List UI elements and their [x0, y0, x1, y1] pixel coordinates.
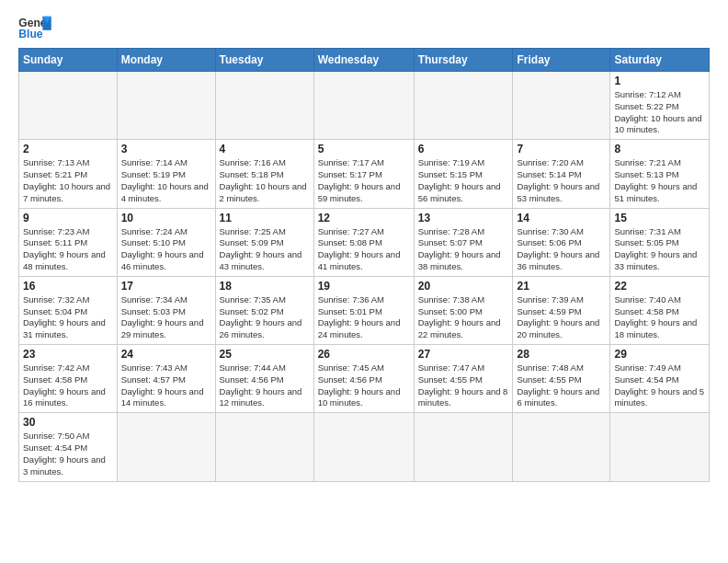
- day-header-thursday: Thursday: [414, 49, 513, 72]
- day-header-sunday: Sunday: [19, 49, 118, 72]
- day-info-text: Sunrise: 7:45 AM Sunset: 4:56 PM Dayligh…: [318, 362, 410, 409]
- calendar-day-cell: [414, 413, 513, 481]
- day-info-text: Sunrise: 7:36 AM Sunset: 5:01 PM Dayligh…: [318, 294, 410, 341]
- day-number: 8: [614, 143, 705, 155]
- calendar-day-cell: [19, 72, 118, 140]
- day-number: 1: [614, 75, 705, 87]
- day-number: 6: [418, 143, 509, 155]
- day-info-text: Sunrise: 7:34 AM Sunset: 5:03 PM Dayligh…: [121, 294, 211, 341]
- day-info-text: Sunrise: 7:16 AM Sunset: 5:18 PM Dayligh…: [220, 157, 310, 204]
- day-number: 16: [23, 280, 113, 293]
- day-info-text: Sunrise: 7:35 AM Sunset: 5:02 PM Dayligh…: [220, 294, 310, 341]
- calendar-day-cell: [313, 72, 414, 140]
- day-number: 19: [318, 280, 410, 293]
- day-number: 18: [220, 280, 310, 293]
- day-info-text: Sunrise: 7:32 AM Sunset: 5:04 PM Dayligh…: [23, 294, 113, 341]
- calendar-day-cell: [513, 413, 610, 481]
- calendar-day-cell: 13Sunrise: 7:28 AM Sunset: 5:07 PM Dayli…: [414, 208, 513, 276]
- calendar-week-row: 23Sunrise: 7:42 AM Sunset: 4:58 PM Dayli…: [19, 345, 710, 413]
- calendar-week-row: 1Sunrise: 7:12 AM Sunset: 5:22 PM Daylig…: [19, 72, 710, 140]
- day-number: 17: [121, 280, 211, 293]
- header: General Blue: [18, 15, 710, 40]
- day-info-text: Sunrise: 7:44 AM Sunset: 4:56 PM Dayligh…: [220, 362, 310, 409]
- calendar-day-cell: 4Sunrise: 7:16 AM Sunset: 5:18 PM Daylig…: [215, 140, 313, 208]
- calendar-day-cell: [117, 72, 215, 140]
- day-number: 27: [418, 348, 509, 361]
- day-info-text: Sunrise: 7:48 AM Sunset: 4:55 PM Dayligh…: [517, 362, 606, 409]
- day-number: 21: [517, 280, 606, 293]
- day-number: 3: [121, 143, 211, 155]
- day-info-text: Sunrise: 7:21 AM Sunset: 5:13 PM Dayligh…: [614, 157, 705, 204]
- day-info-text: Sunrise: 7:49 AM Sunset: 4:54 PM Dayligh…: [614, 362, 705, 409]
- day-info-text: Sunrise: 7:50 AM Sunset: 4:54 PM Dayligh…: [23, 431, 113, 477]
- day-header-tuesday: Tuesday: [215, 49, 313, 72]
- day-info-text: Sunrise: 7:20 AM Sunset: 5:14 PM Dayligh…: [517, 157, 606, 204]
- day-number: 7: [517, 143, 606, 155]
- day-info-text: Sunrise: 7:40 AM Sunset: 4:58 PM Dayligh…: [614, 294, 705, 341]
- calendar-day-cell: 20Sunrise: 7:38 AM Sunset: 5:00 PM Dayli…: [414, 276, 513, 344]
- page: General Blue SundayMondayTuesdayWednesda…: [0, 0, 728, 563]
- day-info-text: Sunrise: 7:38 AM Sunset: 5:00 PM Dayligh…: [418, 294, 509, 341]
- day-header-friday: Friday: [513, 49, 610, 72]
- day-info-text: Sunrise: 7:19 AM Sunset: 5:15 PM Dayligh…: [418, 157, 509, 204]
- day-number: 23: [23, 348, 113, 361]
- calendar-day-cell: 21Sunrise: 7:39 AM Sunset: 4:59 PM Dayli…: [513, 276, 610, 344]
- day-info-text: Sunrise: 7:25 AM Sunset: 5:09 PM Dayligh…: [220, 226, 310, 273]
- calendar-day-cell: 27Sunrise: 7:47 AM Sunset: 4:55 PM Dayli…: [414, 345, 513, 413]
- calendar-day-cell: 25Sunrise: 7:44 AM Sunset: 4:56 PM Dayli…: [215, 345, 313, 413]
- calendar-day-cell: 29Sunrise: 7:49 AM Sunset: 4:54 PM Dayli…: [610, 345, 710, 413]
- calendar-day-cell: 1Sunrise: 7:12 AM Sunset: 5:22 PM Daylig…: [610, 72, 710, 140]
- day-header-saturday: Saturday: [610, 49, 710, 72]
- calendar-day-cell: 23Sunrise: 7:42 AM Sunset: 4:58 PM Dayli…: [19, 345, 118, 413]
- day-number: 11: [220, 212, 310, 224]
- day-number: 14: [517, 212, 606, 224]
- day-number: 30: [23, 416, 113, 429]
- calendar-day-cell: 6Sunrise: 7:19 AM Sunset: 5:15 PM Daylig…: [414, 140, 513, 208]
- day-info-text: Sunrise: 7:43 AM Sunset: 4:57 PM Dayligh…: [121, 362, 211, 409]
- calendar-day-cell: 30Sunrise: 7:50 AM Sunset: 4:54 PM Dayli…: [19, 413, 118, 481]
- calendar-day-cell: 2Sunrise: 7:13 AM Sunset: 5:21 PM Daylig…: [19, 140, 118, 208]
- day-info-text: Sunrise: 7:12 AM Sunset: 5:22 PM Dayligh…: [614, 89, 705, 136]
- day-info-text: Sunrise: 7:39 AM Sunset: 4:59 PM Dayligh…: [517, 294, 606, 341]
- calendar-day-cell: 17Sunrise: 7:34 AM Sunset: 5:03 PM Dayli…: [117, 276, 215, 344]
- calendar-day-cell: [215, 72, 313, 140]
- calendar-day-cell: 9Sunrise: 7:23 AM Sunset: 5:11 PM Daylig…: [19, 208, 118, 276]
- day-number: 22: [614, 280, 705, 293]
- day-info-text: Sunrise: 7:47 AM Sunset: 4:55 PM Dayligh…: [418, 362, 509, 409]
- calendar-week-row: 30Sunrise: 7:50 AM Sunset: 4:54 PM Dayli…: [19, 413, 710, 481]
- day-number: 20: [418, 280, 509, 293]
- day-number: 5: [318, 143, 410, 155]
- day-number: 12: [318, 212, 410, 224]
- calendar-day-cell: 11Sunrise: 7:25 AM Sunset: 5:09 PM Dayli…: [215, 208, 313, 276]
- svg-text:Blue: Blue: [18, 28, 43, 40]
- calendar-day-cell: 19Sunrise: 7:36 AM Sunset: 5:01 PM Dayli…: [313, 276, 414, 344]
- calendar-day-cell: 10Sunrise: 7:24 AM Sunset: 5:10 PM Dayli…: [117, 208, 215, 276]
- day-number: 29: [614, 348, 705, 361]
- day-number: 26: [318, 348, 410, 361]
- day-number: 28: [517, 348, 606, 361]
- day-header-wednesday: Wednesday: [313, 49, 414, 72]
- calendar-day-cell: 5Sunrise: 7:17 AM Sunset: 5:17 PM Daylig…: [313, 140, 414, 208]
- calendar-day-cell: 22Sunrise: 7:40 AM Sunset: 4:58 PM Dayli…: [610, 276, 710, 344]
- day-info-text: Sunrise: 7:13 AM Sunset: 5:21 PM Dayligh…: [23, 157, 113, 204]
- calendar-day-cell: 15Sunrise: 7:31 AM Sunset: 5:05 PM Dayli…: [610, 208, 710, 276]
- day-info-text: Sunrise: 7:24 AM Sunset: 5:10 PM Dayligh…: [121, 226, 211, 273]
- calendar-day-cell: [414, 72, 513, 140]
- day-number: 13: [418, 212, 509, 224]
- day-info-text: Sunrise: 7:30 AM Sunset: 5:06 PM Dayligh…: [517, 226, 606, 273]
- day-number: 24: [121, 348, 211, 361]
- calendar-table: SundayMondayTuesdayWednesdayThursdayFrid…: [18, 48, 710, 482]
- day-info-text: Sunrise: 7:27 AM Sunset: 5:08 PM Dayligh…: [318, 226, 410, 273]
- calendar-day-cell: 8Sunrise: 7:21 AM Sunset: 5:13 PM Daylig…: [610, 140, 710, 208]
- calendar-day-cell: 16Sunrise: 7:32 AM Sunset: 5:04 PM Dayli…: [19, 276, 118, 344]
- day-number: 15: [614, 212, 705, 224]
- day-number: 25: [220, 348, 310, 361]
- calendar-day-cell: 14Sunrise: 7:30 AM Sunset: 5:06 PM Dayli…: [513, 208, 610, 276]
- calendar-week-row: 2Sunrise: 7:13 AM Sunset: 5:21 PM Daylig…: [19, 140, 710, 208]
- general-blue-logo-icon: General Blue: [18, 15, 51, 40]
- day-number: 10: [121, 212, 211, 224]
- calendar-day-cell: [313, 413, 414, 481]
- day-info-text: Sunrise: 7:28 AM Sunset: 5:07 PM Dayligh…: [418, 226, 509, 273]
- calendar-header-row: SundayMondayTuesdayWednesdayThursdayFrid…: [19, 49, 710, 72]
- day-info-text: Sunrise: 7:17 AM Sunset: 5:17 PM Dayligh…: [318, 157, 410, 204]
